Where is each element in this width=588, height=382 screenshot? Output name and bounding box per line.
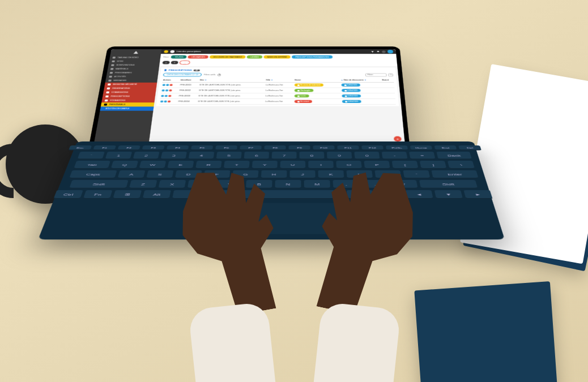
edit-button[interactable]	[387, 50, 393, 54]
action-delete-icon[interactable]	[169, 89, 172, 92]
table-row[interactable]: PRE-00003SITE DE LA ROCHE-SUR-YON | site…	[160, 93, 395, 99]
key-6[interactable]: 6	[244, 152, 270, 160]
search-input[interactable]	[365, 73, 387, 76]
action-delete-icon[interactable]	[168, 101, 171, 103]
key-][interactable]: ]	[420, 161, 447, 169]
key-Home[interactable]: Home	[410, 145, 433, 150]
key-T[interactable]: T	[224, 161, 250, 169]
columns-chooser[interactable]: CHOIX DES COLONNES 12 / 13	[163, 73, 202, 77]
sidebar-item-3[interactable]: MATÉRIELS	[108, 67, 159, 71]
action-view-icon[interactable]	[161, 95, 164, 97]
table-row[interactable]: PRE-00002SITE DE LA ROCHE-SUR-YON | site…	[161, 88, 395, 93]
key-=[interactable]: =	[409, 152, 436, 160]
filter-icon[interactable]	[370, 50, 374, 53]
sidebar-item-personnels[interactable]: PERSONNELS	[101, 102, 155, 106]
key-E[interactable]: E	[167, 161, 194, 169]
sidebar-red-item-4[interactable]: FORMATIONS	[101, 98, 155, 102]
key-Del[interactable]: Del	[458, 145, 482, 150]
key-End[interactable]: End	[434, 145, 457, 150]
chip-en-cours[interactable]: EN COURS DE TRAITEMENT	[210, 55, 245, 59]
key-F3[interactable]: F3	[142, 145, 164, 150]
chip-decharges[interactable]: DÉCHARGÉS	[188, 55, 209, 59]
action-edit-icon[interactable]	[165, 95, 168, 97]
action-delete-icon[interactable]	[169, 84, 173, 85]
col-ville[interactable]: Ville ▼	[265, 78, 294, 82]
avatar-badge[interactable]	[164, 50, 168, 53]
chip-outline-action[interactable]: …	[179, 61, 190, 65]
key-F2[interactable]: F2	[117, 145, 140, 150]
search-button[interactable]	[388, 73, 393, 76]
table-row[interactable]: PRE-00004SITE DE LA ROCHE-SUR-YON | site…	[159, 98, 396, 104]
col-statut[interactable]: Statut	[294, 78, 340, 82]
key-F4[interactable]: F4	[167, 145, 189, 150]
key-J[interactable]: J	[289, 170, 315, 179]
key-◄[interactable]: ◄	[405, 190, 433, 199]
sidebar-item-2[interactable]: INTERVENTIONS	[108, 63, 160, 67]
col-date-decouverte[interactable]: ▲ Date de découverte ▼	[340, 78, 381, 82]
key-F12[interactable]: F12	[361, 145, 384, 150]
chip-en-differe[interactable]: MISES EN DIFFÉRÉ	[263, 55, 290, 59]
key-F6[interactable]: F6	[215, 145, 237, 150]
sidebar-item-0[interactable]: TABLEAU DE BORD	[109, 56, 160, 60]
key-5[interactable]: 5	[216, 152, 242, 160]
sidebar-item-6[interactable]: MESSAGES	[105, 79, 157, 83]
key-Back[interactable]: Back	[436, 152, 472, 160]
key-\[interactable]: \	[448, 161, 475, 169]
key-X[interactable]: X	[158, 180, 186, 188]
key-2[interactable]: 2	[133, 152, 159, 160]
key-Ctrl[interactable]: Ctrl	[53, 190, 83, 199]
col-site[interactable]: Site ▼	[199, 78, 265, 82]
key-P[interactable]: P	[364, 161, 390, 169]
key-M[interactable]: M	[304, 180, 330, 188]
action-edit-icon[interactable]	[165, 89, 169, 92]
action-edit-icon[interactable]	[166, 84, 169, 85]
key-F11[interactable]: F11	[337, 145, 359, 150]
key-PrtSc[interactable]: PrtSc	[386, 145, 408, 150]
col-identifiant[interactable]: Identifiant	[180, 78, 199, 82]
key-4[interactable]: 4	[188, 152, 214, 160]
chip-toutes[interactable]: TOUTES	[171, 55, 187, 59]
table-row[interactable]: PRE-00001SITE DE LA ROCHE-SUR-YON | site…	[161, 82, 394, 88]
key-1[interactable]: 1	[105, 152, 132, 160]
key-►[interactable]: ►	[463, 190, 492, 199]
key-Enter[interactable]: Enter	[431, 170, 478, 179]
sidebar-item-4[interactable]: PRESTATAIRES	[106, 71, 159, 75]
key-▼[interactable]: ▼	[434, 190, 463, 199]
key-F5[interactable]: F5	[191, 145, 213, 150]
chip-permanentes[interactable]: PRESCRIPTIONS PERMANENTES	[292, 55, 333, 59]
key-U[interactable]: U	[280, 161, 306, 169]
key-H[interactable]: H	[261, 170, 287, 179]
sidebar-red-item-0[interactable]: REGISTRE SÉCURITÉ	[104, 83, 157, 87]
key-B[interactable]: B	[246, 180, 272, 188]
sidebar-button-example[interactable]: BOUTON D'EXEMPLE	[100, 106, 154, 110]
upload-button[interactable]	[171, 61, 178, 65]
key-S[interactable]: S	[146, 170, 173, 179]
col-date-d[interactable]: Date d	[381, 78, 394, 82]
sidebar-red-item-1[interactable]: OBSERVATIONS	[104, 87, 156, 91]
action-delete-icon[interactable]	[168, 95, 172, 97]
key-I[interactable]: I	[308, 161, 334, 169]
key-W[interactable]: W	[139, 161, 166, 169]
key-⊞[interactable]: ⊞	[113, 190, 142, 199]
chip-levees[interactable]: LEVÉES	[247, 55, 262, 59]
key-Shift[interactable]: Shift	[419, 180, 478, 188]
key-F8[interactable]: F8	[264, 145, 286, 150]
sidebar-item-1[interactable]: SITES	[109, 59, 160, 63]
key--[interactable]: -	[382, 152, 408, 160]
download-button[interactable]	[163, 61, 170, 65]
key-F7[interactable]: F7	[240, 145, 262, 150]
help-icon[interactable]: ?	[382, 50, 386, 53]
key-Fn[interactable]: Fn	[83, 190, 113, 199]
key-Y[interactable]: Y	[252, 161, 278, 169]
key-Alt[interactable]: Alt	[143, 190, 171, 199]
key-F9[interactable]: F9	[289, 145, 310, 150]
key-Shift[interactable]: Shift	[69, 180, 129, 188]
key-0[interactable]: 0	[354, 152, 380, 160]
key-O[interactable]: O	[336, 161, 362, 169]
action-view-icon[interactable]	[163, 84, 166, 85]
key-R[interactable]: R	[195, 161, 221, 169]
key-8[interactable]: 8	[300, 152, 325, 160]
key-Z[interactable]: Z	[129, 180, 157, 188]
action-edit-icon[interactable]	[164, 101, 167, 103]
bell-icon[interactable]	[376, 50, 380, 53]
